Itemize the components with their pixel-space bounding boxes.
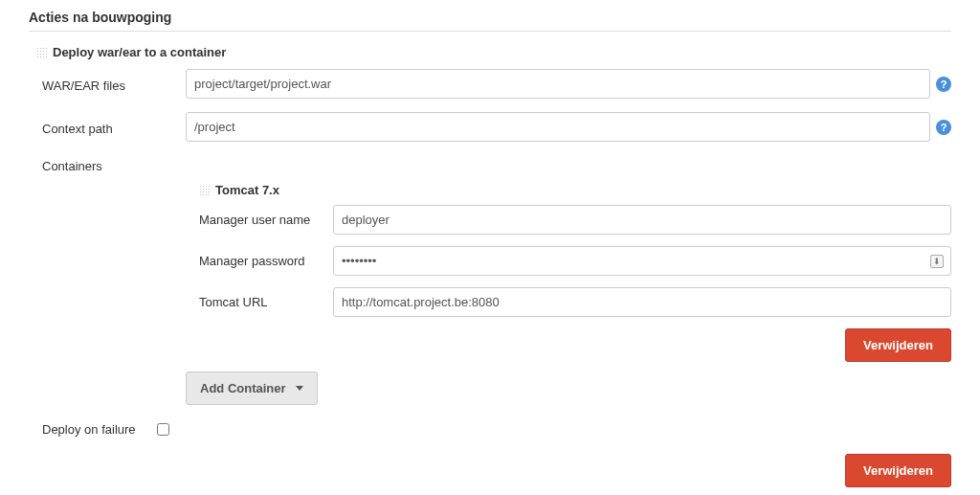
drag-handle-icon[interactable]	[36, 47, 47, 57]
tomcat-url-input[interactable]	[333, 287, 951, 317]
add-container-button[interactable]: Add Container	[186, 371, 318, 405]
outer-delete-row: Verwijderen	[29, 454, 951, 487]
deploy-on-failure-row: Deploy on failure	[29, 422, 951, 437]
tomcat-url-row: Tomcat URL	[186, 287, 951, 317]
war-ear-input[interactable]	[186, 69, 930, 99]
add-container-row: Add Container	[186, 371, 951, 405]
drag-handle-icon[interactable]	[199, 185, 210, 195]
deploy-block: Deploy war/ear to a container WAR/EAR fi…	[29, 45, 951, 487]
outer-delete-button[interactable]: Verwijderen	[845, 454, 951, 487]
section-title: Acties na bouwpoging	[29, 10, 951, 32]
help-icon[interactable]: ?	[936, 120, 951, 135]
deploy-block-header: Deploy war/ear to a container	[29, 45, 951, 59]
manager-password-label: Manager password	[199, 254, 333, 268]
chevron-down-icon	[296, 386, 303, 391]
container-delete-row: Verwijderen	[186, 328, 951, 362]
container-title: Tomcat 7.x	[215, 183, 279, 197]
tomcat-url-label: Tomcat URL	[199, 295, 333, 309]
manager-password-input[interactable]	[333, 246, 951, 276]
context-path-label: Context path	[42, 118, 186, 136]
container-delete-button[interactable]: Verwijderen	[845, 328, 951, 362]
context-path-row: Context path ?	[29, 112, 951, 142]
manager-user-input[interactable]	[333, 205, 951, 235]
container-header: Tomcat 7.x	[186, 183, 951, 197]
container-block: Tomcat 7.x Manager user name Manager pas…	[186, 183, 951, 362]
containers-label-row: Containers	[29, 155, 951, 173]
context-path-input[interactable]	[186, 112, 930, 142]
help-icon[interactable]: ?	[936, 77, 951, 92]
add-container-label: Add Container	[200, 381, 286, 395]
manager-password-row: Manager password ⬇	[186, 246, 951, 276]
deploy-block-title: Deploy war/ear to a container	[53, 45, 226, 59]
manager-user-label: Manager user name	[199, 213, 333, 227]
manager-user-row: Manager user name	[186, 205, 951, 235]
deploy-on-failure-checkbox[interactable]	[157, 423, 169, 436]
war-ear-label: WAR/EAR files	[42, 75, 186, 93]
war-ear-row: WAR/EAR files ?	[29, 69, 951, 99]
password-save-icon[interactable]: ⬇	[930, 255, 944, 268]
containers-label: Containers	[42, 155, 186, 173]
deploy-on-failure-label: Deploy on failure	[42, 422, 147, 437]
